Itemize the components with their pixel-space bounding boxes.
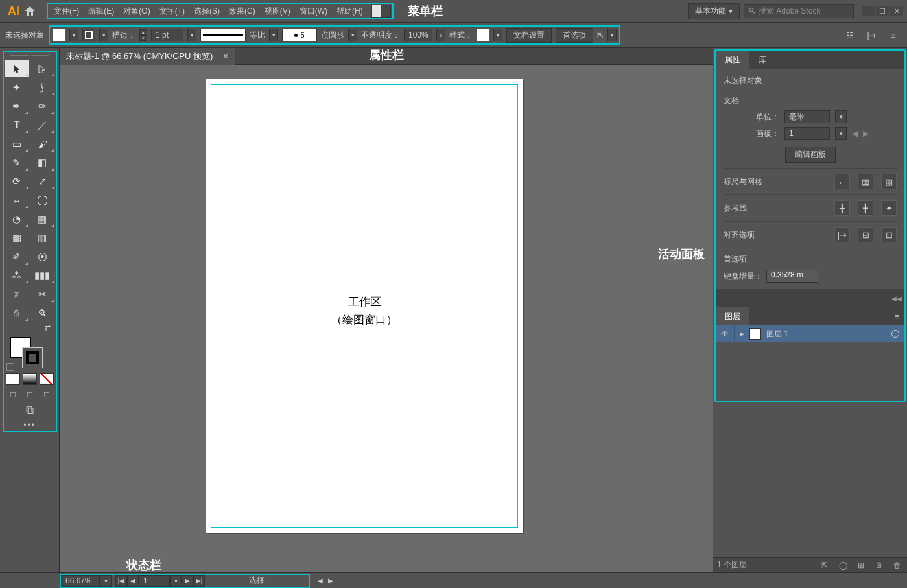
layer-name[interactable]: 图层 1: [766, 329, 788, 340]
control-more-dropdown[interactable]: ▾: [607, 29, 617, 41]
toggle-fill-stroke-icon[interactable]: ⇄: [45, 323, 51, 332]
layer-target-icon[interactable]: [891, 330, 899, 338]
hscroll-right-icon[interactable]: ▶: [328, 577, 333, 584]
rotate-tool[interactable]: ⟳: [5, 173, 29, 190]
transparency-grid-icon[interactable]: ▨: [881, 174, 897, 189]
grid-toggle-icon[interactable]: ▦: [858, 174, 873, 189]
menu-effect[interactable]: 效果(C): [224, 4, 260, 19]
document-tab[interactable]: 未标题-1 @ 66.67% (CMYK/GPU 预览) ×: [60, 48, 235, 65]
last-artboard-button[interactable]: ▶|: [193, 575, 205, 587]
menu-window[interactable]: 窗口(W): [295, 4, 332, 19]
menu-object[interactable]: 对象(O): [119, 4, 154, 19]
layer-expand-icon[interactable]: ▶: [740, 331, 744, 337]
snap-icon[interactable]: |⇢: [864, 29, 878, 43]
arrange-documents-icon[interactable]: [371, 5, 391, 18]
direct-selection-tool[interactable]: [30, 60, 54, 77]
close-tab-icon[interactable]: ×: [223, 51, 228, 61]
stroke-dropdown[interactable]: ▾: [99, 29, 108, 41]
panel-menu-icon[interactable]: ≡: [886, 29, 901, 43]
artboard-select-arrow[interactable]: ▾: [835, 127, 847, 140]
tab-layers[interactable]: 图层: [716, 307, 749, 325]
ruler-toggle-icon[interactable]: ⌐: [834, 174, 850, 189]
status-current-tool[interactable]: 选择: [205, 575, 309, 586]
unit-select[interactable]: 毫米: [784, 110, 830, 123]
eyedropper-tool[interactable]: ✐: [5, 248, 29, 265]
pin-icon[interactable]: ⇱: [597, 30, 604, 40]
graphic-style-swatch[interactable]: [477, 29, 489, 41]
width-tool[interactable]: ↔: [5, 192, 29, 209]
color-mode-none[interactable]: [40, 373, 54, 385]
zoom-input[interactable]: 66.67%: [61, 575, 100, 587]
variable-width-profile[interactable]: [200, 29, 246, 41]
stroke-swatch[interactable]: [82, 29, 95, 41]
next-artboard-button[interactable]: ▶: [182, 575, 193, 587]
free-transform-tool[interactable]: ⛶: [30, 192, 54, 209]
home-icon[interactable]: [25, 6, 43, 16]
guides-show-icon[interactable]: ╂: [834, 200, 850, 216]
stock-search-input[interactable]: 🔍︎ 搜索 Adobe Stock: [744, 4, 854, 18]
zoom-tool[interactable]: 🔍︎: [30, 305, 54, 322]
edit-artboards-button[interactable]: 编辑画板: [785, 147, 836, 163]
guides-lock-icon[interactable]: ╋: [858, 200, 873, 216]
default-fill-stroke-icon[interactable]: [6, 363, 14, 371]
eraser-tool[interactable]: ◧: [30, 154, 54, 171]
selection-tool[interactable]: [5, 60, 29, 77]
slice-tool[interactable]: ✂: [30, 286, 54, 303]
document-setup-button[interactable]: 文档设置: [506, 28, 552, 43]
curvature-tool[interactable]: ✑: [30, 98, 54, 115]
close-button[interactable]: ✕: [890, 6, 903, 16]
shape-builder-tool[interactable]: ◔: [5, 211, 29, 228]
first-artboard-button[interactable]: |◀: [115, 575, 127, 587]
scale-tool[interactable]: ⤢: [30, 173, 54, 190]
blend-tool[interactable]: ⦿: [30, 248, 54, 265]
rectangle-tool[interactable]: ▭: [5, 135, 29, 152]
tab-libraries[interactable]: 库: [749, 51, 775, 69]
line-segment-tool[interactable]: ／: [30, 117, 54, 134]
lasso-tool[interactable]: ⟆: [30, 79, 54, 96]
artboard-prev-icon[interactable]: ◀: [852, 129, 858, 138]
fill-stroke-indicator[interactable]: [5, 336, 54, 371]
maximize-button[interactable]: ☐: [876, 6, 889, 16]
tab-properties[interactable]: 属性: [716, 51, 749, 69]
stroke-box[interactable]: [22, 347, 43, 368]
fill-swatch[interactable]: [53, 29, 65, 41]
column-graph-tool[interactable]: ▮▮▮: [30, 267, 54, 284]
profile-dropdown[interactable]: ▾: [269, 29, 278, 41]
draw-normal-icon[interactable]: ◻: [6, 388, 20, 400]
panel-collapse-icon[interactable]: ◀◀: [891, 295, 902, 302]
align-icon[interactable]: ☷: [842, 29, 856, 43]
opacity-dropdown[interactable]: ›: [436, 29, 445, 41]
perspective-grid-tool[interactable]: ▦: [30, 211, 54, 228]
fill-dropdown[interactable]: ▾: [69, 29, 78, 41]
preferences-button[interactable]: 首选项: [556, 28, 593, 43]
magic-wand-tool[interactable]: ✦: [5, 79, 29, 96]
artboard-next-icon[interactable]: ▶: [863, 129, 869, 138]
visibility-icon[interactable]: 👁︎: [721, 329, 729, 338]
artboard[interactable]: 工作区 （绘图窗口）: [206, 79, 523, 533]
menu-view[interactable]: 视图(V): [260, 4, 295, 19]
new-layer-icon[interactable]: 🗎: [873, 561, 885, 570]
artboard-select[interactable]: 1: [784, 127, 830, 140]
snap-point-icon[interactable]: |⇢: [834, 227, 850, 242]
stroke-weight-input[interactable]: 1 pt: [151, 29, 183, 41]
color-mode-gradient[interactable]: [23, 373, 37, 385]
opacity-input[interactable]: 100%: [404, 29, 432, 41]
draw-inside-icon[interactable]: ◻: [40, 388, 54, 400]
make-clipping-mask-icon[interactable]: ◯: [837, 561, 849, 570]
layer-row[interactable]: 👁︎ ▶ 图层 1: [716, 325, 904, 342]
gradient-tool[interactable]: ▥: [30, 229, 54, 246]
prev-artboard-button[interactable]: ◀: [127, 575, 139, 587]
snap-pixel-icon[interactable]: ⊞: [858, 227, 873, 242]
stroke-weight-dropdown[interactable]: ▾: [187, 29, 196, 41]
layers-panel-menu-icon[interactable]: ≡: [894, 312, 899, 322]
paintbrush-tool[interactable]: 🖌︎: [30, 135, 54, 152]
draw-behind-icon[interactable]: ◻: [23, 388, 37, 400]
shaper-tool[interactable]: ✎: [5, 154, 29, 171]
unit-select-arrow[interactable]: ▾: [835, 110, 847, 123]
artboard-number-input[interactable]: 1: [139, 575, 170, 587]
mesh-tool[interactable]: ▩: [5, 229, 29, 246]
delete-layer-icon[interactable]: 🗑︎: [891, 561, 903, 570]
hand-tool[interactable]: ✋︎: [5, 305, 29, 322]
zoom-dropdown[interactable]: ▾: [100, 575, 112, 587]
create-sublayer-icon[interactable]: ⊞: [855, 561, 867, 570]
